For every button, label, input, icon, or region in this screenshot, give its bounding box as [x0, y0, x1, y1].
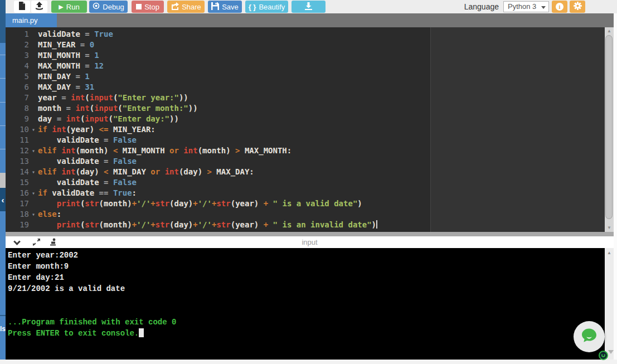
share-button[interactable]: Share — [167, 1, 205, 13]
console-line: 9/21/2002 is a valid date — [8, 283, 176, 294]
left-rail: ‹ ls — [0, 0, 6, 360]
line-number: 5 — [6, 71, 29, 82]
chat-bubble-icon — [581, 328, 597, 346]
console-line: Enter year:2002 — [8, 250, 176, 261]
code-editor[interactable]: 1validDate = True2MIN_YEAR = 03MIN_MONTH… — [6, 27, 605, 232]
console-cursor — [139, 328, 144, 337]
line-number: 9 — [6, 114, 29, 124]
stop-label: Stop — [144, 3, 159, 11]
fold-marker[interactable]: ▾ — [29, 209, 38, 220]
upload-button[interactable] — [31, 1, 47, 13]
interactive-console-icon[interactable] — [49, 238, 57, 249]
play-icon: ▶ — [59, 3, 63, 11]
code-line: 6MAX_DAY = 31 — [6, 82, 605, 93]
save-button[interactable]: Save — [208, 1, 242, 13]
line-number: 6 — [6, 82, 29, 93]
code-line: 8month = int(input("Enter month:")) — [6, 103, 605, 114]
code-line: 18▾else: — [6, 209, 605, 220]
console-line: Press ENTER to exit console. — [8, 328, 176, 339]
info-icon: i — [556, 3, 563, 11]
console-line: Enter day:21 — [8, 272, 176, 283]
debug-label: Debug — [103, 3, 124, 11]
scroll-down-arrow[interactable]: ▼ — [605, 224, 614, 231]
panel-resize-handle[interactable] — [6, 232, 614, 236]
rail-partial-label: ls — [0, 325, 6, 333]
new-file-button[interactable] — [14, 1, 30, 13]
line-number: 13 — [6, 156, 29, 167]
code-line: 7year = int(input("Enter year:")) — [6, 93, 605, 103]
code-line: 3MIN_MONTH = 1 — [6, 50, 605, 61]
code-line: 15 validDate = False — [6, 177, 605, 188]
upload-icon — [35, 2, 43, 12]
save-label: Save — [222, 3, 239, 11]
debug-button[interactable]: Debug — [89, 1, 128, 13]
run-label: Run — [66, 3, 80, 11]
scrollbar-thumb[interactable] — [605, 35, 613, 219]
code-line: 17 print(str(month)+'/'+str(day)+'/'+str… — [6, 198, 605, 209]
console-scrollbar[interactable]: ▲ — [605, 248, 614, 360]
fold-marker[interactable]: ▾ — [29, 167, 38, 177]
code-line: 5MIN_DAY = 1 — [6, 71, 605, 82]
line-number: 14 — [6, 167, 29, 177]
console-output[interactable]: Enter year:2002Enter month:9Enter day:21… — [6, 248, 605, 360]
new-file-icon — [18, 2, 26, 12]
line-number: 17 — [6, 198, 29, 209]
fold-marker[interactable]: ▾ — [29, 145, 38, 156]
stop-square-icon — [136, 4, 142, 9]
line-number: 12 — [6, 145, 29, 156]
console-line: ...Program finished with exit code 0 — [8, 317, 176, 328]
line-number: 3 — [6, 50, 29, 61]
code-line: 4MAX_MONTH = 12 — [6, 61, 605, 71]
info-button[interactable]: i — [552, 1, 567, 13]
run-button[interactable]: ▶ Run — [51, 1, 87, 13]
beautify-button[interactable]: { } Beautify — [245, 1, 288, 13]
ide-root: ‹ ls ▶ Run Debug Stop — [0, 0, 617, 364]
debug-circle-icon — [93, 2, 100, 11]
tab-main-py[interactable]: main.py — [6, 13, 57, 27]
language-value: Python 3 — [508, 2, 536, 11]
scroll-up-arrow[interactable]: ▲ — [605, 27, 614, 35]
line-number: 8 — [6, 103, 29, 114]
line-number: 11 — [6, 135, 29, 145]
code-lines: 1validDate = True2MIN_YEAR = 03MIN_MONTH… — [6, 29, 605, 232]
code-line: 19 print(str(month)+'/'+str(day)+'/'+str… — [6, 220, 605, 230]
console-line — [8, 294, 176, 305]
tab-bar: main.py — [6, 13, 614, 27]
text-cursor — [376, 220, 377, 229]
chat-widget-button[interactable] — [574, 321, 605, 352]
toolbar: ▶ Run Debug Stop Share Save { } — [6, 0, 617, 13]
code-line: 13 validDate = False — [6, 156, 605, 167]
settings-button[interactable] — [570, 1, 585, 13]
fold-marker[interactable]: ▾ — [29, 188, 38, 198]
download-icon — [305, 2, 312, 12]
console-line: Enter month:9 — [8, 261, 176, 272]
console-title: input — [6, 236, 614, 248]
line-number: 7 — [6, 93, 29, 103]
editor-scrollbar[interactable]: ▲ ▼ — [605, 27, 614, 232]
console-line — [8, 305, 176, 317]
line-number: 1 — [6, 29, 29, 40]
code-line: 12▾elif int(month) < MIN_MONTH or int(mo… — [6, 145, 605, 156]
gear-icon — [574, 2, 582, 12]
sidebar-collapse-toggle[interactable]: ‹ — [0, 188, 6, 211]
chat-status-badge[interactable] — [599, 351, 608, 360]
expand-icon[interactable] — [32, 238, 41, 249]
console-header: input — [6, 236, 614, 248]
line-number: 19 — [6, 220, 29, 230]
console-rows: Enter year:2002Enter month:9Enter day:21… — [8, 250, 176, 339]
line-number: 2 — [6, 40, 29, 50]
console-scroll-up-arrow[interactable]: ▲ — [605, 249, 614, 256]
rail-gray-segment — [0, 173, 6, 188]
stop-button[interactable]: Stop — [132, 1, 164, 13]
language-select[interactable]: Python 3 — [503, 1, 549, 12]
line-number: 4 — [6, 61, 29, 71]
rail-top-segment — [0, 0, 6, 43]
save-floppy-icon — [211, 2, 219, 12]
download-button[interactable] — [292, 1, 325, 13]
chevron-left-icon: ‹ — [2, 195, 4, 205]
fold-marker[interactable]: ▾ — [29, 124, 38, 135]
code-line: 1validDate = True — [6, 29, 605, 40]
share-icon — [171, 2, 179, 12]
line-number: 10 — [6, 124, 29, 135]
line-number: 15 — [6, 177, 29, 188]
